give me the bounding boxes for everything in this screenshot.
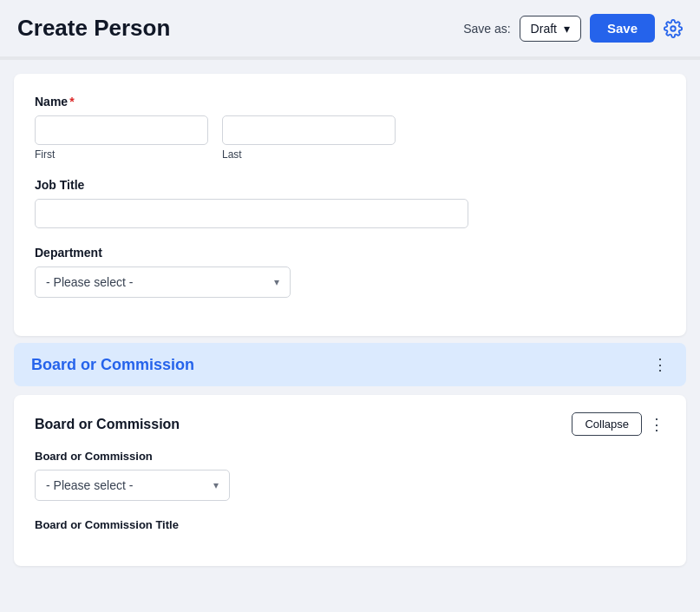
board-title-section: Board or Commission Title [35, 518, 665, 531]
board-section-banner: Board or Commission ⋮ [14, 343, 686, 386]
board-banner-title: Board or Commission [31, 356, 194, 374]
department-select[interactable]: - Please select - ▾ [35, 267, 291, 298]
draft-value: Draft [531, 22, 557, 36]
first-name-group: First [35, 115, 208, 161]
save-as-label: Save as: [463, 22, 510, 36]
required-indicator: * [69, 95, 74, 109]
first-name-label: First [35, 148, 208, 161]
board-title-label: Board or Commission Title [35, 518, 665, 531]
job-title-label: Job Title [35, 178, 665, 192]
settings-button[interactable] [664, 19, 683, 38]
last-name-group: Last [222, 115, 396, 161]
board-select-label: Board or Commission [35, 450, 665, 463]
first-name-input[interactable] [35, 115, 208, 145]
department-field-section: Department - Please select - ▾ [35, 246, 665, 298]
header-divider [0, 56, 700, 60]
name-inputs-row: First Last [35, 115, 665, 161]
save-button[interactable]: Save [590, 14, 655, 43]
board-banner-menu-button[interactable]: ⋮ [652, 355, 669, 374]
job-title-input[interactable] [35, 199, 468, 228]
sub-card-menu-button[interactable]: ⋮ [649, 415, 665, 434]
department-label: Department [35, 246, 665, 260]
gear-icon [664, 19, 683, 38]
collapse-button[interactable]: Collapse [572, 412, 642, 436]
draft-dropdown[interactable]: Draft ▾ [520, 16, 581, 42]
board-sub-card: Board or Commission Collapse ⋮ Board or … [14, 395, 686, 566]
board-select-section: Board or Commission - Please select - ▾ [35, 450, 665, 501]
chevron-down-icon: ▾ [564, 22, 570, 36]
job-title-field-section: Job Title [35, 178, 665, 228]
three-dots-icon: ⋮ [652, 355, 669, 374]
name-field-section: Name* First Last [35, 95, 665, 161]
sub-card-header-actions: Collapse ⋮ [572, 412, 665, 436]
chevron-down-icon: ▾ [213, 479, 219, 491]
last-name-input[interactable] [222, 115, 396, 145]
department-placeholder: - Please select - [46, 275, 133, 289]
chevron-down-icon: ▾ [274, 276, 279, 288]
sub-card-header: Board or Commission Collapse ⋮ [35, 412, 665, 436]
header-actions: Save as: Draft ▾ Save [463, 14, 683, 43]
name-label: Name* [35, 95, 665, 109]
board-select-placeholder: - Please select - [46, 478, 133, 492]
board-select-dropdown[interactable]: - Please select - ▾ [35, 470, 230, 501]
three-dots-icon: ⋮ [649, 415, 665, 434]
main-form-card: Name* First Last Job Title Department - … [14, 74, 686, 336]
page-title: Create Person [17, 15, 170, 42]
svg-point-0 [671, 26, 676, 31]
page-header: Create Person Save as: Draft ▾ Save [0, 0, 700, 56]
last-name-label: Last [222, 148, 396, 161]
sub-card-title: Board or Commission [35, 417, 180, 432]
